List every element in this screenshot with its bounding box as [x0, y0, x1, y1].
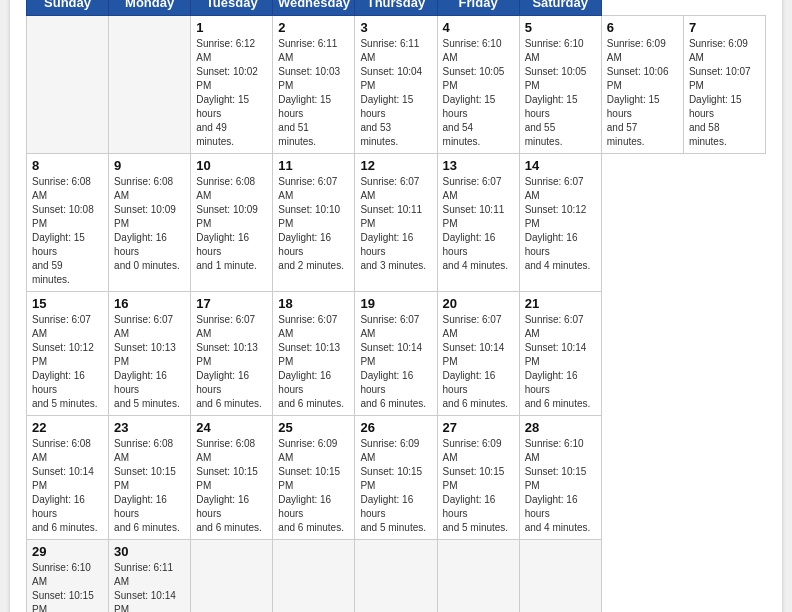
- day-info: Sunrise: 6:08 AMSunset: 10:15 PMDaylight…: [196, 437, 267, 535]
- day-number: 8: [32, 158, 103, 173]
- calendar-day-cell: 2Sunrise: 6:11 AMSunset: 10:03 PMDayligh…: [273, 15, 355, 153]
- day-info: Sunrise: 6:07 AMSunset: 10:14 PMDaylight…: [525, 313, 596, 411]
- day-number: 10: [196, 158, 267, 173]
- weekday-header: Tuesday: [191, 0, 273, 15]
- weekday-header: Wednesday: [273, 0, 355, 15]
- weekday-header: Monday: [109, 0, 191, 15]
- calendar-day-cell: 25Sunrise: 6:09 AMSunset: 10:15 PMDaylig…: [273, 415, 355, 539]
- calendar-day-cell: 23Sunrise: 6:08 AMSunset: 10:15 PMDaylig…: [109, 415, 191, 539]
- day-info: Sunrise: 6:07 AMSunset: 10:14 PMDaylight…: [360, 313, 431, 411]
- day-number: 22: [32, 420, 103, 435]
- day-info: Sunrise: 6:10 AMSunset: 10:05 PMDaylight…: [525, 37, 596, 149]
- day-info: Sunrise: 6:08 AMSunset: 10:09 PMDaylight…: [196, 175, 267, 273]
- day-info: Sunrise: 6:10 AMSunset: 10:15 PMDaylight…: [525, 437, 596, 535]
- header-row: SundayMondayTuesdayWednesdayThursdayFrid…: [27, 0, 766, 15]
- calendar-day-cell: 8Sunrise: 6:08 AMSunset: 10:08 PMDayligh…: [27, 153, 109, 291]
- calendar-day-cell: 7Sunrise: 6:09 AMSunset: 10:07 PMDayligh…: [683, 15, 765, 153]
- calendar-day-cell: 14Sunrise: 6:07 AMSunset: 10:12 PMDaylig…: [519, 153, 601, 291]
- day-number: 3: [360, 20, 431, 35]
- calendar-day-cell: [109, 15, 191, 153]
- calendar-day-cell: 11Sunrise: 6:07 AMSunset: 10:10 PMDaylig…: [273, 153, 355, 291]
- calendar-week-row: 22Sunrise: 6:08 AMSunset: 10:14 PMDaylig…: [27, 415, 766, 539]
- day-number: 27: [443, 420, 514, 435]
- calendar-day-cell: 18Sunrise: 6:07 AMSunset: 10:13 PMDaylig…: [273, 291, 355, 415]
- day-info: Sunrise: 6:07 AMSunset: 10:13 PMDaylight…: [114, 313, 185, 411]
- day-info: Sunrise: 6:09 AMSunset: 10:07 PMDaylight…: [689, 37, 760, 149]
- calendar-day-cell: 20Sunrise: 6:07 AMSunset: 10:14 PMDaylig…: [437, 291, 519, 415]
- day-info: Sunrise: 6:12 AMSunset: 10:02 PMDaylight…: [196, 37, 267, 149]
- day-number: 15: [32, 296, 103, 311]
- calendar-day-cell: 24Sunrise: 6:08 AMSunset: 10:15 PMDaylig…: [191, 415, 273, 539]
- day-number: 9: [114, 158, 185, 173]
- day-number: 13: [443, 158, 514, 173]
- day-info: Sunrise: 6:10 AMSunset: 10:05 PMDaylight…: [443, 37, 514, 149]
- day-number: 21: [525, 296, 596, 311]
- calendar-week-row: 8Sunrise: 6:08 AMSunset: 10:08 PMDayligh…: [27, 153, 766, 291]
- calendar-day-cell: 26Sunrise: 6:09 AMSunset: 10:15 PMDaylig…: [355, 415, 437, 539]
- day-info: Sunrise: 6:07 AMSunset: 10:13 PMDaylight…: [196, 313, 267, 411]
- weekday-header: Friday: [437, 0, 519, 15]
- calendar-day-cell: 12Sunrise: 6:07 AMSunset: 10:11 PMDaylig…: [355, 153, 437, 291]
- day-info: Sunrise: 6:07 AMSunset: 10:10 PMDaylight…: [278, 175, 349, 273]
- day-number: 4: [443, 20, 514, 35]
- weekday-header: Thursday: [355, 0, 437, 15]
- weekday-header: Sunday: [27, 0, 109, 15]
- calendar-day-cell: 13Sunrise: 6:07 AMSunset: 10:11 PMDaylig…: [437, 153, 519, 291]
- calendar-day-cell: [191, 539, 273, 612]
- day-number: 11: [278, 158, 349, 173]
- day-number: 2: [278, 20, 349, 35]
- day-info: Sunrise: 6:11 AMSunset: 10:03 PMDaylight…: [278, 37, 349, 149]
- day-info: Sunrise: 6:11 AMSunset: 10:14 PMDaylight…: [114, 561, 185, 613]
- day-number: 26: [360, 420, 431, 435]
- calendar-day-cell: 29Sunrise: 6:10 AMSunset: 10:15 PMDaylig…: [27, 539, 109, 612]
- calendar-day-cell: 16Sunrise: 6:07 AMSunset: 10:13 PMDaylig…: [109, 291, 191, 415]
- day-info: Sunrise: 6:07 AMSunset: 10:11 PMDaylight…: [443, 175, 514, 273]
- day-info: Sunrise: 6:07 AMSunset: 10:12 PMDaylight…: [525, 175, 596, 273]
- day-number: 30: [114, 544, 185, 559]
- empty-cell: [27, 15, 109, 153]
- day-info: Sunrise: 6:10 AMSunset: 10:15 PMDaylight…: [32, 561, 103, 613]
- day-info: Sunrise: 6:09 AMSunset: 10:15 PMDaylight…: [360, 437, 431, 535]
- calendar-day-cell: 6Sunrise: 6:09 AMSunset: 10:06 PMDayligh…: [601, 15, 683, 153]
- day-number: 20: [443, 296, 514, 311]
- day-number: 19: [360, 296, 431, 311]
- day-info: Sunrise: 6:09 AMSunset: 10:15 PMDaylight…: [443, 437, 514, 535]
- calendar-day-cell: 3Sunrise: 6:11 AMSunset: 10:04 PMDayligh…: [355, 15, 437, 153]
- day-number: 7: [689, 20, 760, 35]
- day-number: 28: [525, 420, 596, 435]
- day-info: Sunrise: 6:08 AMSunset: 10:14 PMDaylight…: [32, 437, 103, 535]
- calendar-day-cell: 21Sunrise: 6:07 AMSunset: 10:14 PMDaylig…: [519, 291, 601, 415]
- calendar-week-row: 15Sunrise: 6:07 AMSunset: 10:12 PMDaylig…: [27, 291, 766, 415]
- calendar-day-cell: 22Sunrise: 6:08 AMSunset: 10:14 PMDaylig…: [27, 415, 109, 539]
- day-info: Sunrise: 6:11 AMSunset: 10:04 PMDaylight…: [360, 37, 431, 149]
- day-info: Sunrise: 6:07 AMSunset: 10:13 PMDaylight…: [278, 313, 349, 411]
- calendar-container: SundayMondayTuesdayWednesdayThursdayFrid…: [10, 0, 782, 612]
- calendar-day-cell: 17Sunrise: 6:07 AMSunset: 10:13 PMDaylig…: [191, 291, 273, 415]
- day-info: Sunrise: 6:08 AMSunset: 10:09 PMDaylight…: [114, 175, 185, 273]
- day-number: 5: [525, 20, 596, 35]
- weekday-header: Saturday: [519, 0, 601, 15]
- calendar-day-cell: [437, 539, 519, 612]
- day-info: Sunrise: 6:07 AMSunset: 10:14 PMDaylight…: [443, 313, 514, 411]
- calendar-day-cell: 9Sunrise: 6:08 AMSunset: 10:09 PMDayligh…: [109, 153, 191, 291]
- calendar-week-row: 29Sunrise: 6:10 AMSunset: 10:15 PMDaylig…: [27, 539, 766, 612]
- calendar-day-cell: 15Sunrise: 6:07 AMSunset: 10:12 PMDaylig…: [27, 291, 109, 415]
- day-info: Sunrise: 6:08 AMSunset: 10:08 PMDaylight…: [32, 175, 103, 287]
- day-number: 12: [360, 158, 431, 173]
- calendar-day-cell: [355, 539, 437, 612]
- calendar-day-cell: [273, 539, 355, 612]
- calendar-day-cell: 4Sunrise: 6:10 AMSunset: 10:05 PMDayligh…: [437, 15, 519, 153]
- calendar-day-cell: 1Sunrise: 6:12 AMSunset: 10:02 PMDayligh…: [191, 15, 273, 153]
- calendar-body: 1Sunrise: 6:12 AMSunset: 10:02 PMDayligh…: [27, 15, 766, 612]
- day-info: Sunrise: 6:09 AMSunset: 10:06 PMDaylight…: [607, 37, 678, 149]
- day-number: 23: [114, 420, 185, 435]
- day-number: 24: [196, 420, 267, 435]
- calendar-day-cell: 30Sunrise: 6:11 AMSunset: 10:14 PMDaylig…: [109, 539, 191, 612]
- day-info: Sunrise: 6:08 AMSunset: 10:15 PMDaylight…: [114, 437, 185, 535]
- calendar-day-cell: 28Sunrise: 6:10 AMSunset: 10:15 PMDaylig…: [519, 415, 601, 539]
- calendar-header: SundayMondayTuesdayWednesdayThursdayFrid…: [27, 0, 766, 15]
- day-number: 18: [278, 296, 349, 311]
- day-number: 25: [278, 420, 349, 435]
- calendar-day-cell: [519, 539, 601, 612]
- day-number: 17: [196, 296, 267, 311]
